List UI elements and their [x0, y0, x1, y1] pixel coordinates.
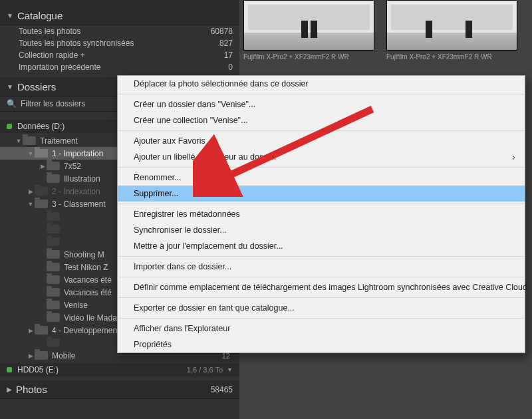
menu-export-catalog[interactable]: Exporter ce dossier en tant que catalogu… — [118, 300, 525, 316]
folder-icon — [47, 250, 60, 259]
folder-icon — [47, 162, 60, 170]
folder-icon — [47, 275, 60, 284]
menu-separator — [118, 130, 524, 131]
thumbnail-image — [243, 0, 374, 51]
menu-add-favorites[interactable]: Ajouter aux Favoris — [118, 133, 525, 149]
filter-label: Filtrer les dossiers — [21, 99, 85, 108]
menu-separator — [118, 318, 524, 319]
chevron-down-icon: ▼ — [7, 12, 13, 19]
menu-rename[interactable]: Renommer... — [118, 170, 525, 186]
menu-save-metadata[interactable]: Enregistrer les métadonnées — [118, 206, 525, 222]
drive-row[interactable]: HDD05 (E:) 1,6 / 3,6 To ▼ — [0, 363, 239, 376]
menu-delete[interactable]: Supprimer... — [118, 186, 525, 202]
folder-label: 2 - Indexation — [52, 187, 100, 196]
folder-icon — [35, 149, 48, 158]
catalogue-row[interactable]: Toutes les photos synchronisées 827 — [0, 37, 239, 49]
chevron-right-icon: ▶ — [39, 163, 47, 170]
chevron-right-icon: ▶ — [7, 386, 12, 393]
menu-separator — [118, 256, 524, 257]
folder-label: 3 - Classement — [52, 200, 106, 209]
folder-label: Test Nikon Z — [64, 263, 108, 272]
menu-set-download-location[interactable]: Définir comme emplacement de téléchargem… — [118, 279, 525, 295]
drive-status-icon — [7, 124, 12, 129]
drive-status-icon — [7, 367, 12, 372]
menu-separator — [118, 167, 524, 168]
thumbnail-caption: Fujifilm X-Pro2 + XF23mmF2 R WR — [386, 53, 517, 61]
menu-separator — [118, 204, 524, 204]
folder-icon — [47, 263, 60, 271]
search-icon: 🔍 — [7, 99, 17, 108]
folder-icon — [35, 351, 48, 360]
menu-add-color-label[interactable]: Ajouter un libellé de couleur au dossier — [118, 149, 525, 165]
folder-label: 7x52 — [64, 162, 81, 171]
thumbnail-image — [386, 0, 517, 51]
chevron-down-icon: ▼ — [227, 366, 233, 373]
folder-icon — [47, 174, 60, 183]
menu-import[interactable]: Importer dans ce dossier... — [118, 259, 525, 275]
menu-separator — [118, 277, 524, 277]
chevron-down-icon: ▼ — [27, 201, 35, 208]
catalogue-row[interactable]: Importation précédente 0 — [0, 61, 239, 73]
chevron-right-icon: ▶ — [27, 188, 35, 195]
folder-label: 4 - Developpement — [52, 326, 119, 335]
row-count: 827 — [200, 39, 233, 48]
menu-separator — [118, 94, 524, 94]
chevron-down-icon: ▼ — [15, 138, 23, 144]
context-menu: Déplacer la photo sélectionnée dans ce d… — [117, 75, 525, 353]
menu-separator — [118, 297, 524, 298]
chevron-down-icon: ▼ — [7, 83, 13, 90]
folder-icon — [47, 288, 60, 297]
menu-create-folder[interactable]: Créer un dossier dans "Venise"... — [118, 96, 525, 112]
folder-label: 1 - Importation — [52, 149, 103, 158]
thumbnail[interactable]: Fujifilm X-Pro2 + XF23mmF2 R WR — [243, 0, 374, 61]
menu-properties[interactable]: Propriétés — [118, 337, 525, 352]
folder-label: Vacances été — [64, 275, 112, 285]
drive-meta: 1,6 / 3,6 To — [187, 366, 223, 374]
photos-header[interactable]: ▶ Photos 58465 — [0, 380, 239, 399]
row-count: 60878 — [200, 27, 233, 36]
folder-icon — [47, 212, 60, 221]
row-label: Toutes les photos — [19, 27, 80, 36]
drive-name: Données (D:) — [17, 122, 65, 131]
folder-icon — [47, 237, 60, 246]
row-label: Collection rapide + — [19, 51, 85, 60]
thumbnail-caption: Fujifilm X-Pro2 + XF23mmF2 R WR — [243, 53, 374, 61]
menu-show-explorer[interactable]: Afficher dans l'Explorateur — [118, 321, 525, 337]
chevron-right-icon: ▶ — [27, 327, 35, 334]
drive-name: HDD05 (E:) — [17, 365, 59, 374]
folder-icon — [47, 225, 60, 233]
dossiers-title: Dossiers — [17, 81, 56, 92]
folder-icon — [47, 313, 60, 322]
chevron-down-icon: ▼ — [27, 150, 35, 157]
row-count: 17 — [200, 51, 233, 60]
folder-icon — [35, 326, 48, 335]
thumbnail[interactable]: Fujifilm X-Pro2 + XF23mmF2 R WR — [386, 0, 517, 61]
chevron-right-icon: ▶ — [27, 352, 35, 359]
folder-label: Vacances été — [64, 288, 112, 297]
row-label: Toutes les photos synchronisées — [19, 39, 134, 48]
catalogue-row[interactable]: Collection rapide + 17 — [0, 49, 239, 61]
folder-icon — [23, 136, 36, 145]
menu-move-photo[interactable]: Déplacer la photo sélectionnée dans ce d… — [118, 76, 525, 92]
folder-icon — [35, 200, 48, 208]
folder-label: Illustration — [64, 174, 100, 184]
menu-create-collection[interactable]: Créer une collection "Venise"... — [118, 112, 525, 128]
folder-icon — [47, 339, 60, 347]
catalogue-title: Catalogue — [17, 10, 63, 21]
folder-label: Traitement — [40, 136, 78, 146]
menu-sync-folder[interactable]: Synchroniser le dossier... — [118, 222, 525, 238]
catalogue-row[interactable]: Toutes les photos 60878 — [0, 25, 239, 37]
row-count: 0 — [200, 63, 233, 72]
menu-update-location[interactable]: Mettre à jour l'emplacement du dossier..… — [118, 238, 525, 254]
photos-count: 58465 — [211, 385, 233, 394]
folder-label: Mobile — [52, 351, 75, 360]
folder-icon — [47, 301, 60, 309]
photos-title: Photos — [16, 384, 47, 395]
row-label: Importation précédente — [19, 63, 100, 72]
folder-label: Venise — [64, 301, 88, 310]
folder-icon — [35, 187, 48, 196]
folder-label: Shooting M — [64, 250, 104, 259]
catalogue-header[interactable]: ▼ Catalogue — [0, 7, 239, 25]
